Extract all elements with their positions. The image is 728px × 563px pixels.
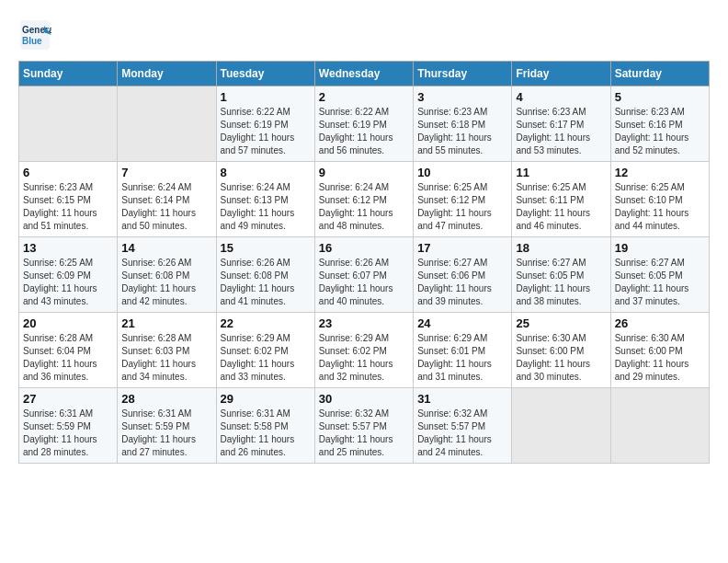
calendar-week-row: 27Sunrise: 6:31 AM Sunset: 5:59 PM Dayli… — [19, 388, 710, 464]
weekday-header: Monday — [118, 62, 216, 86]
calendar-cell: 22Sunrise: 6:29 AM Sunset: 6:02 PM Dayli… — [216, 313, 314, 388]
day-number: 1 — [221, 90, 311, 104]
cell-info: Sunrise: 6:26 AM Sunset: 6:08 PM Dayligh… — [221, 257, 311, 308]
svg-text:Blue: Blue — [22, 36, 42, 46]
cell-info: Sunrise: 6:23 AM Sunset: 6:18 PM Dayligh… — [417, 106, 507, 157]
day-number: 20 — [23, 316, 113, 330]
day-number: 29 — [221, 392, 311, 406]
cell-info: Sunrise: 6:29 AM Sunset: 6:02 PM Dayligh… — [319, 332, 409, 384]
calendar-cell: 18Sunrise: 6:27 AM Sunset: 6:05 PM Dayli… — [512, 237, 610, 313]
cell-info: Sunrise: 6:31 AM Sunset: 5:59 PM Dayligh… — [121, 408, 211, 459]
calendar-cell: 31Sunrise: 6:32 AM Sunset: 5:57 PM Dayli… — [414, 388, 512, 464]
calendar-cell: 19Sunrise: 6:27 AM Sunset: 6:05 PM Dayli… — [610, 237, 709, 313]
day-number: 17 — [417, 241, 507, 255]
calendar-cell: 11Sunrise: 6:25 AM Sunset: 6:11 PM Dayli… — [512, 162, 610, 237]
cell-info: Sunrise: 6:31 AM Sunset: 5:58 PM Dayligh… — [221, 408, 311, 459]
cell-info: Sunrise: 6:25 AM Sunset: 6:12 PM Dayligh… — [417, 181, 507, 233]
calendar-cell: 27Sunrise: 6:31 AM Sunset: 5:59 PM Dayli… — [19, 388, 118, 464]
weekday-header: Wednesday — [314, 62, 413, 86]
calendar-cell: 26Sunrise: 6:30 AM Sunset: 6:00 PM Dayli… — [610, 313, 709, 388]
cell-info: Sunrise: 6:25 AM Sunset: 6:11 PM Dayligh… — [516, 181, 606, 233]
calendar-cell: 12Sunrise: 6:25 AM Sunset: 6:10 PM Dayli… — [610, 162, 709, 237]
calendar-cell: 2Sunrise: 6:22 AM Sunset: 6:19 PM Daylig… — [314, 86, 413, 162]
cell-info: Sunrise: 6:32 AM Sunset: 5:57 PM Dayligh… — [417, 408, 507, 459]
calendar-cell: 15Sunrise: 6:26 AM Sunset: 6:08 PM Dayli… — [216, 237, 314, 313]
calendar-cell: 13Sunrise: 6:25 AM Sunset: 6:09 PM Dayli… — [19, 237, 118, 313]
cell-info: Sunrise: 6:31 AM Sunset: 5:59 PM Dayligh… — [23, 408, 113, 459]
cell-info: Sunrise: 6:28 AM Sunset: 6:04 PM Dayligh… — [23, 332, 113, 384]
calendar-cell: 16Sunrise: 6:26 AM Sunset: 6:07 PM Dayli… — [314, 237, 413, 313]
calendar-table: SundayMondayTuesdayWednesdayThursdayFrid… — [18, 61, 710, 464]
day-number: 8 — [221, 166, 311, 179]
day-number: 23 — [319, 316, 409, 330]
calendar-cell: 28Sunrise: 6:31 AM Sunset: 5:59 PM Dayli… — [118, 388, 216, 464]
day-number: 16 — [319, 241, 409, 255]
weekday-header: Friday — [512, 62, 610, 86]
calendar-week-row: 20Sunrise: 6:28 AM Sunset: 6:04 PM Dayli… — [19, 313, 710, 388]
day-number: 19 — [615, 241, 705, 255]
cell-info: Sunrise: 6:27 AM Sunset: 6:05 PM Dayligh… — [516, 257, 606, 308]
calendar-cell: 5Sunrise: 6:23 AM Sunset: 6:16 PM Daylig… — [610, 86, 709, 162]
day-number: 25 — [516, 316, 606, 330]
cell-info: Sunrise: 6:27 AM Sunset: 6:06 PM Dayligh… — [417, 257, 507, 308]
weekday-header: Thursday — [414, 62, 512, 86]
calendar-week-row: 6Sunrise: 6:23 AM Sunset: 6:15 PM Daylig… — [19, 162, 710, 237]
day-number: 21 — [121, 316, 211, 330]
day-number: 11 — [516, 166, 606, 179]
cell-info: Sunrise: 6:22 AM Sunset: 6:19 PM Dayligh… — [221, 106, 311, 157]
day-number: 28 — [121, 392, 211, 406]
calendar-cell: 4Sunrise: 6:23 AM Sunset: 6:17 PM Daylig… — [512, 86, 610, 162]
day-number: 22 — [221, 316, 311, 330]
day-number: 4 — [516, 90, 606, 104]
logo-container: General Blue — [18, 18, 51, 52]
calendar-cell — [19, 86, 118, 162]
calendar-cell — [610, 388, 709, 464]
cell-info: Sunrise: 6:30 AM Sunset: 6:00 PM Dayligh… — [516, 332, 606, 384]
calendar-cell: 10Sunrise: 6:25 AM Sunset: 6:12 PM Dayli… — [414, 162, 512, 237]
day-number: 30 — [319, 392, 409, 406]
calendar-week-row: 1Sunrise: 6:22 AM Sunset: 6:19 PM Daylig… — [19, 86, 710, 162]
day-number: 10 — [417, 166, 507, 179]
day-number: 6 — [23, 166, 113, 179]
day-number: 5 — [615, 90, 705, 104]
page-header: General Blue — [18, 18, 710, 52]
day-number: 12 — [615, 166, 705, 179]
day-number: 13 — [23, 241, 113, 255]
weekday-header: Tuesday — [216, 62, 314, 86]
calendar-cell: 24Sunrise: 6:29 AM Sunset: 6:01 PM Dayli… — [414, 313, 512, 388]
calendar-cell: 14Sunrise: 6:26 AM Sunset: 6:08 PM Dayli… — [118, 237, 216, 313]
calendar-cell: 7Sunrise: 6:24 AM Sunset: 6:14 PM Daylig… — [118, 162, 216, 237]
day-number: 18 — [516, 241, 606, 255]
day-number: 31 — [417, 392, 507, 406]
calendar-cell: 25Sunrise: 6:30 AM Sunset: 6:00 PM Dayli… — [512, 313, 610, 388]
calendar-cell: 17Sunrise: 6:27 AM Sunset: 6:06 PM Dayli… — [414, 237, 512, 313]
calendar-cell: 8Sunrise: 6:24 AM Sunset: 6:13 PM Daylig… — [216, 162, 314, 237]
day-number: 24 — [417, 316, 507, 330]
cell-info: Sunrise: 6:26 AM Sunset: 6:07 PM Dayligh… — [319, 257, 409, 308]
calendar-cell: 9Sunrise: 6:24 AM Sunset: 6:12 PM Daylig… — [314, 162, 413, 237]
weekday-header-row: SundayMondayTuesdayWednesdayThursdayFrid… — [19, 62, 710, 86]
calendar-cell: 30Sunrise: 6:32 AM Sunset: 5:57 PM Dayli… — [314, 388, 413, 464]
day-number: 14 — [121, 241, 211, 255]
weekday-header: Sunday — [19, 62, 118, 86]
cell-info: Sunrise: 6:32 AM Sunset: 5:57 PM Dayligh… — [319, 408, 409, 459]
cell-info: Sunrise: 6:26 AM Sunset: 6:08 PM Dayligh… — [121, 257, 211, 308]
cell-info: Sunrise: 6:30 AM Sunset: 6:00 PM Dayligh… — [615, 332, 705, 384]
calendar-cell — [118, 86, 216, 162]
calendar-cell: 29Sunrise: 6:31 AM Sunset: 5:58 PM Dayli… — [216, 388, 314, 464]
cell-info: Sunrise: 6:23 AM Sunset: 6:16 PM Dayligh… — [615, 106, 705, 157]
cell-info: Sunrise: 6:25 AM Sunset: 6:10 PM Dayligh… — [615, 181, 705, 233]
cell-info: Sunrise: 6:23 AM Sunset: 6:17 PM Dayligh… — [516, 106, 606, 157]
calendar-cell: 23Sunrise: 6:29 AM Sunset: 6:02 PM Dayli… — [314, 313, 413, 388]
cell-info: Sunrise: 6:27 AM Sunset: 6:05 PM Dayligh… — [615, 257, 705, 308]
logo: General Blue — [18, 18, 51, 52]
day-number: 2 — [319, 90, 409, 104]
day-number: 9 — [319, 166, 409, 179]
cell-info: Sunrise: 6:28 AM Sunset: 6:03 PM Dayligh… — [121, 332, 211, 384]
calendar-cell: 1Sunrise: 6:22 AM Sunset: 6:19 PM Daylig… — [216, 86, 314, 162]
cell-info: Sunrise: 6:24 AM Sunset: 6:12 PM Dayligh… — [319, 181, 409, 233]
weekday-header: Saturday — [610, 62, 709, 86]
day-number: 27 — [23, 392, 113, 406]
cell-info: Sunrise: 6:29 AM Sunset: 6:02 PM Dayligh… — [221, 332, 311, 384]
cell-info: Sunrise: 6:25 AM Sunset: 6:09 PM Dayligh… — [23, 257, 113, 308]
